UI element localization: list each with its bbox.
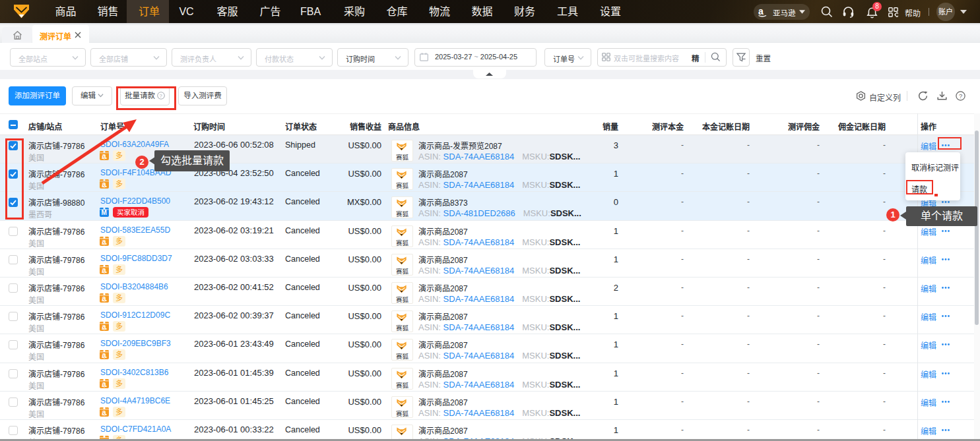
svg-text:a: a xyxy=(102,322,107,330)
svg-text:a: a xyxy=(758,6,764,16)
svg-text:a: a xyxy=(102,351,107,359)
svg-text:a: a xyxy=(102,237,107,245)
svg-text:?: ? xyxy=(959,92,962,100)
svg-text:a: a xyxy=(102,380,107,388)
svg-text:a: a xyxy=(102,294,107,302)
svg-text:a: a xyxy=(102,408,107,416)
svg-text:a: a xyxy=(102,266,107,274)
svg-text:M: M xyxy=(101,209,106,216)
